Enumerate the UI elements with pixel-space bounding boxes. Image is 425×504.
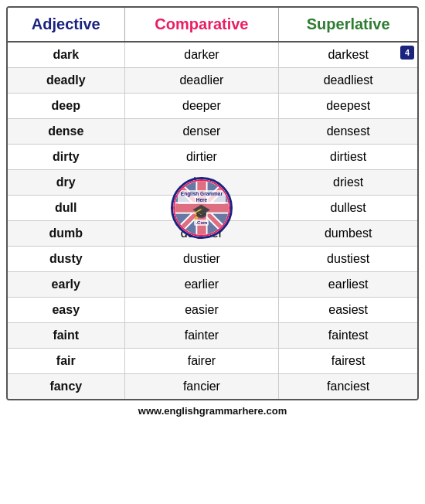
table-row: dullduller English Grammar He	[8, 196, 417, 221]
header-superlative: Superlative	[279, 8, 417, 42]
main-table-wrapper: Adjective Comparative Superlative darkda…	[6, 6, 419, 400]
superlative-cell: faintest	[279, 323, 417, 349]
superlative-cell: fairest	[279, 349, 417, 374]
comparative-cell: easier	[124, 298, 279, 323]
table-row: faintfainterfaintest	[8, 323, 417, 349]
svg-rect-8	[175, 203, 229, 212]
comparative-cell: fainter	[124, 323, 279, 349]
table-row: densedenserdensest	[8, 119, 417, 145]
table-row: dustydustierdustiest	[8, 247, 417, 272]
comparative-cell: dirtier	[124, 145, 279, 170]
comparative-cell: deadlier	[124, 68, 279, 94]
adjective-cell: easy	[8, 298, 124, 323]
superlative-cell: darkest4	[279, 42, 417, 68]
superlative-cell: driest	[279, 170, 417, 196]
comparative-cell: fancier	[124, 374, 279, 400]
adjective-cell: deep	[8, 94, 124, 119]
adjective-cell: dirty	[8, 145, 124, 170]
table-row: fairfairerfairest	[8, 349, 417, 374]
superlative-cell: earliest	[279, 272, 417, 298]
svg-rect-6	[175, 202, 229, 213]
table-row: easyeasiereasiest	[8, 298, 417, 323]
adjective-cell: fair	[8, 349, 124, 374]
table-row: earlyearlierearliest	[8, 272, 417, 298]
adjective-cell: deadly	[8, 68, 124, 94]
page-badge: 4	[400, 46, 414, 60]
adjective-cell: dense	[8, 119, 124, 145]
comparative-cell: dustier	[124, 247, 279, 272]
superlative-cell: densest	[279, 119, 417, 145]
comparative-cell: fairer	[124, 349, 279, 374]
table-row: dumbdumberdumbest	[8, 221, 417, 247]
adjectives-table: Adjective Comparative Superlative darkda…	[8, 8, 417, 399]
adjective-cell: fancy	[8, 374, 124, 400]
superlative-cell: deadliest	[279, 68, 417, 94]
adjective-cell: early	[8, 272, 124, 298]
table-row: deadlydeadlierdeadliest	[8, 68, 417, 94]
table-row: dirtydirtierdirtiest	[8, 145, 417, 170]
comparative-cell: duller English Grammar Here	[124, 196, 279, 221]
superlative-cell: deepest	[279, 94, 417, 119]
table-row: darkdarkerdarkest4	[8, 42, 417, 68]
adjective-cell: dull	[8, 196, 124, 221]
adjective-cell: dry	[8, 170, 124, 196]
table-row: drydrierdriest	[8, 170, 417, 196]
table-header-row: Adjective Comparative Superlative	[8, 8, 417, 42]
comparative-cell: deeper	[124, 94, 279, 119]
superlative-cell: easiest	[279, 298, 417, 323]
comparative-cell: drier	[124, 170, 279, 196]
comparative-cell: dumber	[124, 221, 279, 247]
adjective-cell: dumb	[8, 221, 124, 247]
adjective-cell: faint	[8, 323, 124, 349]
header-comparative: Comparative	[124, 8, 279, 42]
superlative-cell: dullest	[279, 196, 417, 221]
adjective-cell: dark	[8, 42, 124, 68]
comparative-cell: darker	[124, 42, 279, 68]
table-body: darkdarkerdarkest4deadlydeadlierdeadlies…	[8, 42, 417, 399]
footer-url: www.englishgrammarhere.com	[138, 405, 287, 417]
table-row: fancyfancierfanciest	[8, 374, 417, 400]
superlative-cell: fanciest	[279, 374, 417, 400]
comparative-cell: denser	[124, 119, 279, 145]
comparative-cell: earlier	[124, 272, 279, 298]
header-adjective: Adjective	[8, 8, 124, 42]
table-row: deepdeeperdeepest	[8, 94, 417, 119]
adjective-cell: dusty	[8, 247, 124, 272]
superlative-cell: dirtiest	[279, 145, 417, 170]
superlative-cell: dustiest	[279, 247, 417, 272]
superlative-cell: dumbest	[279, 221, 417, 247]
